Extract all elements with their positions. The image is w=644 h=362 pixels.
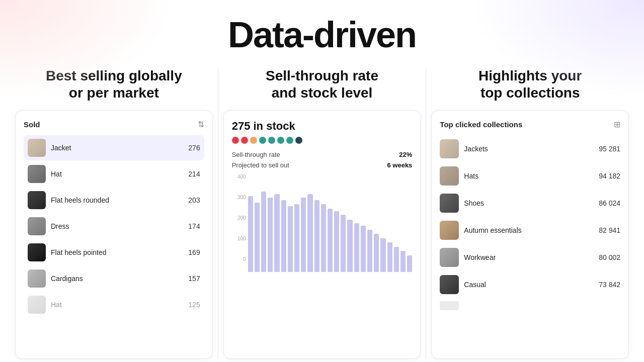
collection-name: Casual: [464, 281, 594, 289]
partial-row: [440, 299, 620, 312]
sell-through-row: Sell-through rate 22%: [232, 151, 413, 158]
status-dot: [295, 137, 302, 144]
chart-bar: [301, 198, 306, 272]
product-count: 214: [188, 170, 200, 178]
chart-bar: [374, 234, 379, 272]
collection-thumb: [440, 275, 459, 294]
collection-name: Workwear: [464, 253, 594, 261]
sell-through-card: 275 in stock Sell-through rate 22% Proje…: [223, 110, 421, 359]
status-dot: [259, 137, 266, 144]
status-dot: [277, 137, 284, 144]
product-count: 157: [188, 275, 200, 283]
chart-bar: [321, 204, 326, 272]
status-dot: [268, 137, 275, 144]
left-column-title: Best selling globally or per market: [46, 67, 182, 101]
chart-bar: [400, 251, 406, 272]
chart-bar: [281, 200, 286, 272]
chart-bar: [288, 206, 293, 272]
projected-row: Projected to sell out 6 weeks: [232, 161, 413, 169]
projected-label: Projected to sell out: [232, 161, 289, 169]
status-dot: [232, 137, 239, 144]
chart-bar: [341, 215, 346, 273]
collection-thumb: [440, 139, 459, 158]
product-thumb: [28, 165, 46, 183]
chart-bar: [394, 247, 399, 273]
collection-row: Jackets95 281: [440, 136, 620, 161]
collection-count: 73 842: [599, 281, 620, 289]
color-dots: [232, 137, 413, 144]
product-count: 203: [188, 196, 200, 204]
product-name: Hat: [51, 170, 183, 178]
partial-thumb: [440, 301, 459, 310]
left-column: Best selling globally or per market Sold…: [10, 67, 218, 359]
chart-bar: [294, 204, 299, 272]
product-name: Flat heels pointed: [51, 248, 183, 256]
sell-through-label: Sell-through rate: [232, 151, 280, 158]
collection-thumb: [440, 221, 459, 240]
product-count: 125: [188, 301, 200, 309]
product-name: Dress: [51, 222, 183, 230]
product-count: 169: [188, 248, 200, 256]
chart-bar: [334, 211, 339, 272]
chart-bar: [387, 242, 392, 272]
chart-y-label: 300: [237, 195, 246, 200]
collection-thumb: [440, 194, 459, 213]
product-row: Dress174: [24, 214, 204, 239]
product-row: Jacket276: [24, 135, 204, 160]
status-dot: [241, 137, 248, 144]
chart-bar: [268, 198, 273, 272]
status-dot: [250, 137, 257, 144]
collection-count: 82 941: [599, 226, 620, 234]
best-selling-card: Sold ⇅ Jacket276Hat214Flat heels rounded…: [15, 110, 213, 359]
page-title: Data-driven: [0, 0, 644, 67]
product-thumb: [28, 139, 46, 157]
product-thumb: [28, 217, 46, 235]
collection-thumb: [440, 166, 459, 186]
collection-count: 86 024: [599, 199, 620, 207]
projected-value: 6 weeks: [387, 161, 412, 169]
collection-thumb: [440, 248, 459, 267]
product-row: Cardigans157: [24, 266, 204, 291]
card-header: Sold ⇅: [24, 120, 204, 129]
product-thumb: [28, 243, 46, 261]
stock-number: 275 in stock: [232, 120, 413, 133]
sort-icon[interactable]: ⇅: [198, 120, 204, 129]
collection-row: Autumn essentials82 941: [440, 218, 620, 243]
product-name: Flat heels rounded: [51, 196, 183, 204]
chart-bar: [367, 230, 372, 272]
chart-area: 4003002001000: [232, 174, 413, 272]
chart-bar: [248, 196, 253, 273]
collection-count: 94 182: [599, 172, 620, 180]
filter-icon[interactable]: ⊞: [614, 120, 620, 129]
product-name: Cardigans: [51, 275, 183, 283]
chart-y-label: 0: [243, 256, 246, 262]
right-column: Highlights your top collections Top clic…: [426, 67, 634, 359]
chart-bar: [347, 220, 352, 272]
sell-through-value: 22%: [399, 151, 412, 158]
product-row: Hat125: [24, 292, 204, 317]
product-row: Flat heels rounded203: [24, 188, 204, 213]
chart-bars: [248, 174, 413, 272]
chart-bar: [380, 238, 385, 272]
chart-y-label: 400: [237, 174, 246, 179]
right-column-title: Highlights your top collections: [478, 67, 582, 101]
chart-bar: [361, 226, 366, 273]
product-row: Hat214: [24, 161, 204, 187]
chart-bar: [407, 255, 412, 273]
chart-y-label: 200: [237, 215, 246, 221]
chart-y-label: 100: [237, 236, 246, 241]
chart-bar: [328, 209, 333, 272]
collections-list: Jackets95 281Hats94 182Shoes86 024Autumn…: [440, 136, 620, 297]
collections-header: Top clicked collections ⊞: [440, 120, 620, 129]
collection-count: 95 281: [599, 145, 620, 153]
product-name: Jacket: [51, 144, 183, 152]
product-list: Jacket276Hat214Flat heels rounded203Dres…: [24, 135, 204, 317]
chart-bar: [274, 194, 279, 272]
chart-bar: [314, 200, 319, 272]
collection-name: Autumn essentials: [464, 226, 594, 234]
sold-label: Sold: [24, 120, 40, 129]
product-name: Hat: [51, 301, 183, 309]
status-dot: [286, 137, 293, 144]
chart-y-labels: 4003002001000: [232, 174, 246, 262]
product-count: 276: [188, 144, 200, 152]
